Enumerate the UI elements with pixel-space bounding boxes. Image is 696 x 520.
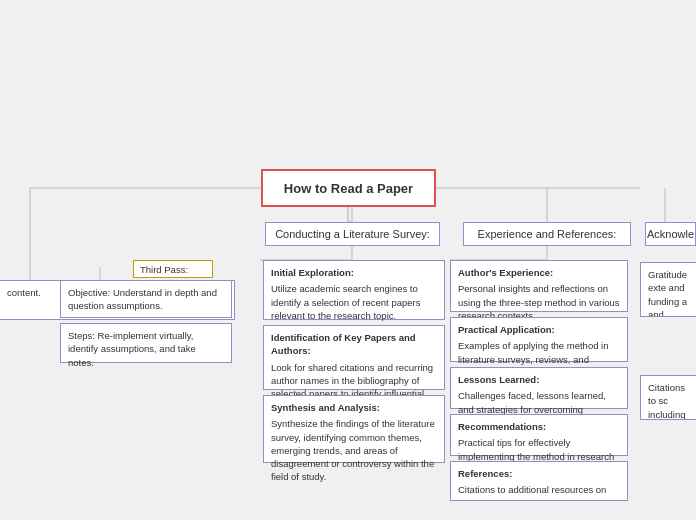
experience-box-lessons-title: Lessons Learned: (458, 373, 620, 386)
experience-box-references-title: References: (458, 467, 620, 480)
steps-text: Steps: Re-implement virtually, identify … (68, 330, 196, 368)
experience-box-recommendations: Recommendations: Practical tips for effe… (450, 414, 628, 456)
experience-box-authors-text: Personal insights and reflections on usi… (458, 283, 620, 321)
objective-text: Objective: Understand in depth and quest… (68, 287, 217, 311)
experience-box-references: References: Citations to additional reso… (450, 461, 628, 501)
section-header-survey: Conducting a Literature Survey: (265, 222, 440, 246)
left-steps-box: Steps: Re-implement virtually, identify … (60, 323, 232, 363)
experience-box-practical: Practical Application: Examples of apply… (450, 317, 628, 362)
survey-box-initial: Initial Exploration: Utilize academic se… (263, 260, 445, 320)
survey-box-initial-title: Initial Exploration: (271, 266, 437, 279)
experience-box-recommendations-title: Recommendations: (458, 420, 620, 433)
third-pass-label: Third Pass: (133, 260, 213, 278)
citations-text: Citations to sc including rese other rel… (648, 382, 686, 420)
title-node: How to Read a Paper (261, 169, 436, 207)
survey-box-identification: Identification of Key Papers and Authors… (263, 325, 445, 390)
survey-box-synthesis-text: Synthesize the findings of the literatur… (271, 418, 435, 482)
section-header-experience: Experience and References: (463, 222, 631, 246)
experience-box-authors-title: Author's Experience: (458, 266, 620, 279)
experience-box-lessons: Lessons Learned: Challenges faced, lesso… (450, 367, 628, 409)
survey-box-identification-title: Identification of Key Papers and Authors… (271, 331, 437, 358)
experience-box-practical-title: Practical Application: (458, 323, 620, 336)
section-header-acknowledge: Acknowle (645, 222, 696, 246)
experience-box-authors: Author's Experience: Personal insights a… (450, 260, 628, 312)
right-partial-box-citations: Citations to sc including rese other rel… (640, 375, 696, 420)
experience-box-references-text: Citations to additional resources on res… (458, 484, 606, 501)
gratitude-text: Gratitude exte and funding a and contrib… (648, 269, 687, 317)
survey-box-initial-text: Utilize academic search engines to ident… (271, 283, 420, 321)
left-objective-box: Objective: Understand in depth and quest… (60, 280, 232, 318)
right-partial-box-gratitude: Gratitude exte and funding a and contrib… (640, 262, 696, 317)
survey-box-synthesis-title: Synthesis and Analysis: (271, 401, 437, 414)
survey-box-synthesis: Synthesis and Analysis: Synthesize the f… (263, 395, 445, 463)
